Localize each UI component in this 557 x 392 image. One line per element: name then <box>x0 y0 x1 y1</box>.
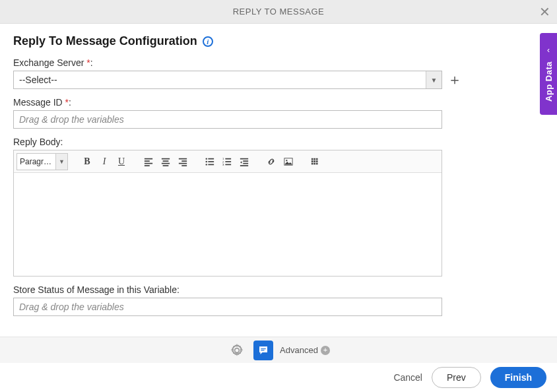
align-left-button[interactable] <box>141 154 156 170</box>
svg-point-2 <box>206 160 207 162</box>
dialog-header: REPLY TO MESSAGE ✕ <box>0 0 557 24</box>
toolbar-separator <box>135 154 135 169</box>
field-reply-body: Reply Body: Paragra… ▼ B I U <box>13 137 544 277</box>
svg-point-4 <box>206 164 207 165</box>
field-exchange: Exchange Server *: --Select-- ▼ ＋ <box>13 57 544 89</box>
svg-rect-5 <box>208 164 214 165</box>
plus-circle-icon: + <box>321 346 330 355</box>
toolbar-separator <box>302 154 302 169</box>
app-data-label: App Data <box>544 61 554 102</box>
svg-text:3: 3 <box>222 163 224 166</box>
content-area: Reply To Message Configuration i Exchang… <box>0 24 557 316</box>
link-button[interactable] <box>263 154 279 170</box>
required-star: * <box>86 57 90 68</box>
outdent-button[interactable] <box>236 154 252 170</box>
format-select[interactable]: Paragra… ▼ <box>16 153 68 170</box>
svg-rect-1 <box>208 158 214 159</box>
store-status-input[interactable] <box>13 298 442 316</box>
svg-rect-17 <box>311 160 313 162</box>
svg-rect-14 <box>311 158 313 160</box>
svg-rect-22 <box>316 162 318 164</box>
comment-icon[interactable] <box>253 341 273 360</box>
field-message-id: Message ID *: <box>13 97 544 129</box>
close-icon[interactable]: ✕ <box>539 5 550 18</box>
svg-point-0 <box>206 158 207 159</box>
settings-icon[interactable] <box>227 341 247 360</box>
field-store-status: Store Status of Message in this Variable… <box>13 284 544 316</box>
svg-rect-23 <box>261 348 266 349</box>
cancel-button[interactable]: Cancel <box>393 372 422 383</box>
exchange-select-value: --Select-- <box>14 75 426 85</box>
page-title-row: Reply To Message Configuration i <box>13 34 544 48</box>
advanced-button[interactable]: Advanced + <box>280 345 330 355</box>
image-button[interactable] <box>280 154 296 170</box>
svg-rect-9 <box>225 161 231 162</box>
bold-button[interactable]: B <box>79 154 95 170</box>
svg-rect-18 <box>313 160 315 162</box>
align-right-button[interactable] <box>175 154 191 170</box>
exchange-select[interactable]: --Select-- ▼ <box>13 71 442 89</box>
svg-rect-11 <box>225 164 231 165</box>
prev-button[interactable]: Prev <box>432 367 481 388</box>
svg-rect-24 <box>261 350 264 350</box>
page-title: Reply To Message Configuration <box>13 34 197 48</box>
svg-rect-16 <box>316 158 318 160</box>
table-button[interactable] <box>308 154 323 170</box>
message-id-label: Message ID *: <box>13 97 544 108</box>
add-exchange-button[interactable]: ＋ <box>447 73 462 87</box>
toolbar-separator <box>73 154 74 169</box>
svg-rect-7 <box>225 158 231 159</box>
svg-rect-3 <box>208 161 214 162</box>
underline-button[interactable]: U <box>114 154 129 170</box>
align-center-button[interactable] <box>158 154 174 170</box>
numbered-list-button[interactable]: 123 <box>219 154 235 170</box>
italic-button[interactable]: I <box>96 154 112 170</box>
info-icon[interactable]: i <box>203 36 213 47</box>
toolbar-separator <box>257 154 258 169</box>
dialog-footer: Cancel Prev Finish <box>0 363 557 392</box>
required-star: * <box>65 97 69 108</box>
message-id-input[interactable] <box>13 110 442 129</box>
app-data-panel-toggle[interactable]: ‹ App Data <box>540 33 557 115</box>
reply-body-label: Reply Body: <box>13 137 544 147</box>
chevron-left-icon: ‹ <box>547 46 550 55</box>
bottom-toolbar: Advanced + <box>0 337 557 363</box>
editor-toolbar: Paragra… ▼ B I U <box>14 150 442 173</box>
chevron-down-icon: ▼ <box>55 154 67 170</box>
svg-rect-20 <box>311 162 313 164</box>
svg-rect-21 <box>313 162 315 164</box>
finish-button[interactable]: Finish <box>490 367 546 388</box>
svg-point-13 <box>286 160 287 161</box>
dialog-title: REPLY TO MESSAGE <box>0 7 557 16</box>
svg-rect-15 <box>313 158 315 160</box>
exchange-label: Exchange Server *: <box>13 57 544 68</box>
chevron-down-icon: ▼ <box>426 71 442 88</box>
editor-content[interactable] <box>14 173 442 276</box>
bullet-list-button[interactable] <box>202 154 218 170</box>
svg-rect-19 <box>316 160 318 162</box>
rich-text-editor: Paragra… ▼ B I U <box>13 150 442 277</box>
toolbar-separator <box>196 154 197 169</box>
store-status-label: Store Status of Message in this Variable… <box>13 284 544 295</box>
